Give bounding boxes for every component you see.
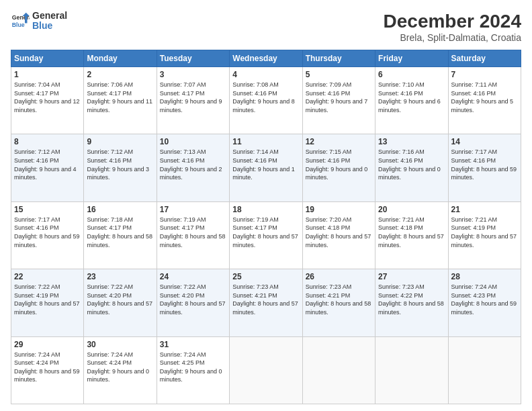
day-number: 11 [232, 137, 299, 146]
day-number: 4 [232, 70, 299, 79]
day-number: 26 [306, 272, 372, 281]
calendar-cell: 15Sunrise: 7:17 AMSunset: 4:16 PMDayligh… [11, 201, 84, 269]
calendar-cell: 13Sunrise: 7:16 AMSunset: 4:16 PMDayligh… [375, 134, 448, 201]
calendar-cell: 25Sunrise: 7:23 AMSunset: 4:21 PMDayligh… [230, 269, 302, 336]
calendar-cell: 22Sunrise: 7:22 AMSunset: 4:19 PMDayligh… [11, 269, 84, 336]
calendar-cell: 1Sunrise: 7:04 AMSunset: 4:17 PMDaylight… [11, 67, 84, 134]
cell-info: Sunrise: 7:24 AMSunset: 4:25 PMDaylight:… [160, 351, 222, 383]
calendar-cell [302, 336, 375, 404]
day-number: 24 [160, 272, 226, 281]
cell-info: Sunrise: 7:14 AMSunset: 4:16 PMDaylight:… [232, 148, 295, 181]
day-header-tuesday: Tuesday [157, 50, 229, 67]
cell-info: Sunrise: 7:24 AMSunset: 4:23 PMDaylight:… [451, 283, 517, 316]
day-number: 5 [306, 70, 372, 79]
calendar-cell: 11Sunrise: 7:14 AMSunset: 4:16 PMDayligh… [230, 134, 302, 201]
day-number: 31 [160, 340, 226, 349]
calendar-cell: 31Sunrise: 7:24 AMSunset: 4:25 PMDayligh… [157, 336, 229, 404]
calendar-header-row: SundayMondayTuesdayWednesdayThursdayFrid… [11, 50, 521, 67]
calendar-cell: 18Sunrise: 7:19 AMSunset: 4:17 PMDayligh… [230, 201, 302, 269]
cell-info: Sunrise: 7:08 AMSunset: 4:16 PMDaylight:… [232, 81, 295, 113]
day-header-wednesday: Wednesday [230, 50, 302, 67]
cell-info: Sunrise: 7:19 AMSunset: 4:17 PMDaylight:… [232, 216, 298, 248]
cell-info: Sunrise: 7:06 AMSunset: 4:17 PMDaylight:… [87, 81, 152, 113]
cell-info: Sunrise: 7:21 AMSunset: 4:19 PMDaylight:… [451, 216, 517, 248]
calendar-cell: 24Sunrise: 7:22 AMSunset: 4:20 PMDayligh… [157, 269, 229, 336]
calendar-cell: 4Sunrise: 7:08 AMSunset: 4:16 PMDaylight… [230, 67, 302, 134]
calendar-cell: 7Sunrise: 7:11 AMSunset: 4:16 PMDaylight… [448, 67, 521, 134]
week-row-4: 22Sunrise: 7:22 AMSunset: 4:19 PMDayligh… [11, 269, 521, 336]
day-header-friday: Friday [375, 50, 448, 67]
subtitle: Brela, Split-Dalmatia, Croatia [384, 32, 521, 43]
title-section: December 2024 Brela, Split-Dalmatia, Cro… [384, 11, 521, 43]
calendar-cell: 28Sunrise: 7:24 AMSunset: 4:23 PMDayligh… [448, 269, 521, 336]
cell-info: Sunrise: 7:17 AMSunset: 4:16 PMDaylight:… [14, 216, 80, 248]
day-number: 9 [87, 137, 153, 146]
logo: General Blue General Blue [11, 11, 67, 32]
day-number: 22 [14, 272, 81, 281]
header: General Blue General Blue December 2024 … [11, 11, 521, 43]
cell-info: Sunrise: 7:19 AMSunset: 4:17 PMDaylight:… [160, 216, 226, 248]
day-number: 15 [14, 205, 81, 214]
calendar-cell: 29Sunrise: 7:24 AMSunset: 4:24 PMDayligh… [11, 336, 84, 404]
cell-info: Sunrise: 7:18 AMSunset: 4:17 PMDaylight:… [87, 216, 152, 248]
day-header-monday: Monday [84, 50, 157, 67]
day-number: 20 [378, 205, 445, 214]
cell-info: Sunrise: 7:22 AMSunset: 4:20 PMDaylight:… [87, 283, 152, 316]
calendar-cell [375, 336, 448, 404]
calendar-cell [448, 336, 521, 404]
cell-info: Sunrise: 7:20 AMSunset: 4:18 PMDaylight:… [306, 216, 371, 248]
calendar-cell: 23Sunrise: 7:22 AMSunset: 4:20 PMDayligh… [84, 269, 157, 336]
calendar-cell: 27Sunrise: 7:23 AMSunset: 4:22 PMDayligh… [375, 269, 448, 336]
calendar-cell: 8Sunrise: 7:12 AMSunset: 4:16 PMDaylight… [11, 134, 84, 201]
calendar-cell: 6Sunrise: 7:10 AMSunset: 4:16 PMDaylight… [375, 67, 448, 134]
week-row-2: 8Sunrise: 7:12 AMSunset: 4:16 PMDaylight… [11, 134, 521, 201]
cell-info: Sunrise: 7:12 AMSunset: 4:16 PMDaylight:… [14, 148, 77, 181]
cell-info: Sunrise: 7:09 AMSunset: 4:16 PMDaylight:… [306, 81, 368, 113]
calendar-cell: 26Sunrise: 7:23 AMSunset: 4:21 PMDayligh… [302, 269, 375, 336]
day-number: 25 [232, 272, 299, 281]
day-header-saturday: Saturday [448, 50, 521, 67]
logo-icon: General Blue [11, 11, 30, 30]
calendar-cell: 20Sunrise: 7:21 AMSunset: 4:18 PMDayligh… [375, 201, 448, 269]
cell-info: Sunrise: 7:17 AMSunset: 4:16 PMDaylight:… [451, 148, 517, 181]
calendar-cell: 14Sunrise: 7:17 AMSunset: 4:16 PMDayligh… [448, 134, 521, 201]
logo-general: General [32, 11, 67, 21]
day-header-thursday: Thursday [302, 50, 375, 67]
week-row-5: 29Sunrise: 7:24 AMSunset: 4:24 PMDayligh… [11, 336, 521, 404]
day-number: 8 [14, 137, 81, 146]
calendar-cell: 9Sunrise: 7:12 AMSunset: 4:16 PMDaylight… [84, 134, 157, 201]
day-number: 3 [160, 70, 226, 79]
logo-blue: Blue [32, 21, 67, 31]
calendar-cell: 16Sunrise: 7:18 AMSunset: 4:17 PMDayligh… [84, 201, 157, 269]
cell-info: Sunrise: 7:16 AMSunset: 4:16 PMDaylight:… [378, 148, 441, 181]
calendar-cell: 30Sunrise: 7:24 AMSunset: 4:24 PMDayligh… [84, 336, 157, 404]
main-title: December 2024 [384, 11, 521, 32]
calendar-cell: 21Sunrise: 7:21 AMSunset: 4:19 PMDayligh… [448, 201, 521, 269]
cell-info: Sunrise: 7:22 AMSunset: 4:20 PMDaylight:… [160, 283, 226, 316]
day-number: 12 [306, 137, 372, 146]
day-number: 14 [451, 137, 518, 146]
day-number: 23 [87, 272, 153, 281]
day-number: 10 [160, 137, 226, 146]
calendar-cell: 19Sunrise: 7:20 AMSunset: 4:18 PMDayligh… [302, 201, 375, 269]
calendar-cell: 3Sunrise: 7:07 AMSunset: 4:17 PMDaylight… [157, 67, 229, 134]
svg-text:Blue: Blue [12, 21, 25, 28]
cell-info: Sunrise: 7:21 AMSunset: 4:18 PMDaylight:… [378, 216, 444, 248]
cell-info: Sunrise: 7:10 AMSunset: 4:16 PMDaylight:… [378, 81, 441, 113]
day-number: 27 [378, 272, 445, 281]
week-row-1: 1Sunrise: 7:04 AMSunset: 4:17 PMDaylight… [11, 67, 521, 134]
day-number: 28 [451, 272, 518, 281]
day-number: 30 [87, 340, 153, 349]
calendar-cell: 12Sunrise: 7:15 AMSunset: 4:16 PMDayligh… [302, 134, 375, 201]
cell-info: Sunrise: 7:24 AMSunset: 4:24 PMDaylight:… [14, 351, 80, 383]
cell-info: Sunrise: 7:23 AMSunset: 4:22 PMDaylight:… [378, 283, 444, 316]
cell-info: Sunrise: 7:07 AMSunset: 4:17 PMDaylight:… [160, 81, 222, 113]
cell-info: Sunrise: 7:23 AMSunset: 4:21 PMDaylight:… [306, 283, 371, 316]
cell-info: Sunrise: 7:22 AMSunset: 4:19 PMDaylight:… [14, 283, 80, 316]
calendar-table: SundayMondayTuesdayWednesdayThursdayFrid… [11, 50, 521, 404]
week-row-3: 15Sunrise: 7:17 AMSunset: 4:16 PMDayligh… [11, 201, 521, 269]
day-number: 6 [378, 70, 445, 79]
cell-info: Sunrise: 7:24 AMSunset: 4:24 PMDaylight:… [87, 351, 149, 383]
cell-info: Sunrise: 7:11 AMSunset: 4:16 PMDaylight:… [451, 81, 514, 113]
calendar-cell: 5Sunrise: 7:09 AMSunset: 4:16 PMDaylight… [302, 67, 375, 134]
